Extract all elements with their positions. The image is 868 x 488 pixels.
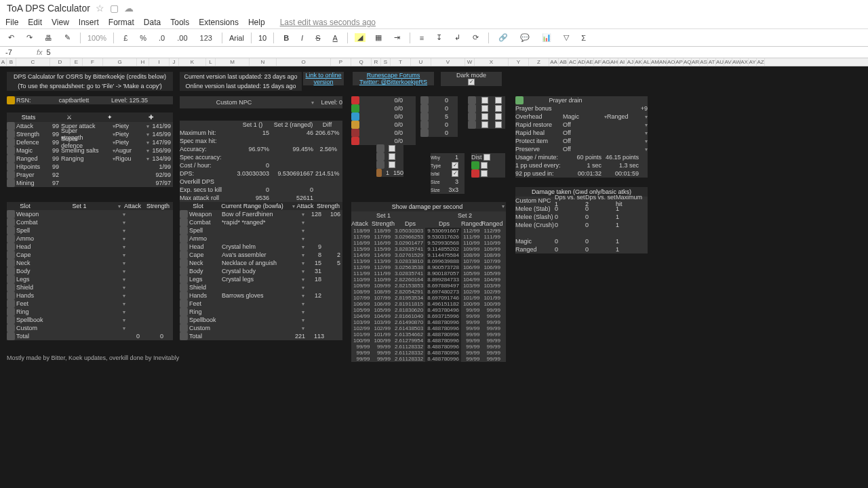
col-AY[interactable]: AY bbox=[749, 58, 757, 66]
overhead-1[interactable]: Magic bbox=[563, 113, 597, 120]
col-AX[interactable]: AX bbox=[741, 58, 749, 66]
check4[interactable] bbox=[481, 121, 488, 128]
twitter-link[interactable]: Twitter: @BitterkoekjeRS bbox=[353, 79, 434, 85]
col-AH[interactable]: AH bbox=[610, 58, 618, 66]
star-icon[interactable]: ☆ bbox=[96, 3, 104, 14]
col-AC[interactable]: AC bbox=[568, 58, 578, 66]
darkmode-checkbox[interactable] bbox=[468, 79, 475, 85]
col-AV[interactable]: AV bbox=[724, 58, 732, 66]
col-I[interactable]: I bbox=[149, 58, 170, 66]
col-AJ[interactable]: AJ bbox=[627, 58, 635, 66]
col-AQ[interactable]: AQ bbox=[684, 58, 692, 66]
col-C[interactable]: C bbox=[16, 58, 50, 66]
col-AG[interactable]: AG bbox=[602, 58, 610, 66]
print-icon[interactable]: 🖶 bbox=[42, 33, 55, 43]
col-T[interactable]: T bbox=[391, 58, 411, 66]
col-M[interactable]: M bbox=[216, 58, 250, 66]
col-AD[interactable]: AD bbox=[578, 58, 586, 66]
rs-forums-link[interactable]: Runescape Forums bbox=[353, 72, 434, 79]
col-A[interactable]: A bbox=[0, 58, 7, 66]
comment-icon[interactable]: 💬 bbox=[517, 32, 532, 43]
check2b[interactable] bbox=[495, 105, 502, 112]
check1[interactable] bbox=[481, 97, 488, 104]
col-AA[interactable]: AA bbox=[549, 58, 559, 66]
functions-icon[interactable]: Σ bbox=[578, 33, 589, 43]
col-B[interactable]: B bbox=[7, 58, 16, 66]
col-AO[interactable]: AO bbox=[667, 58, 675, 66]
online-link[interactable]: Link to online version bbox=[303, 72, 344, 85]
check3b[interactable] bbox=[495, 113, 502, 120]
menu-extensions[interactable]: Extensions bbox=[199, 18, 239, 27]
decimal-dec[interactable]: .0 bbox=[156, 33, 167, 43]
menu-view[interactable]: View bbox=[52, 18, 69, 27]
textcolor-icon[interactable]: A bbox=[330, 33, 340, 43]
halign-icon[interactable]: ≡ bbox=[417, 33, 427, 43]
font-select[interactable]: Arial bbox=[229, 34, 244, 42]
font-size[interactable]: 10 bbox=[258, 34, 267, 42]
npc-select[interactable]: Custom NPC bbox=[180, 99, 288, 106]
dps-mode-select[interactable]: Show damage per second bbox=[353, 203, 502, 210]
fill-icon[interactable]: ◢ bbox=[355, 33, 366, 42]
chart-icon[interactable]: 📊 bbox=[539, 32, 554, 43]
col-Y[interactable]: Y bbox=[509, 58, 529, 66]
rsn-value[interactable]: captbartlett bbox=[37, 97, 111, 104]
formula-value[interactable]: 5 bbox=[47, 48, 51, 56]
col-AI[interactable]: AI bbox=[618, 58, 627, 66]
col-X[interactable]: X bbox=[475, 58, 509, 66]
sheet-area[interactable]: DPS Calculator for OSRS by Bitterkoekje … bbox=[0, 66, 688, 487]
col-AU[interactable]: AU bbox=[716, 58, 724, 66]
col-R[interactable]: R bbox=[372, 58, 381, 66]
strike-icon[interactable]: S bbox=[313, 33, 323, 43]
overhead-2[interactable]: Ranged bbox=[607, 113, 637, 120]
check3[interactable] bbox=[481, 113, 488, 120]
check2[interactable] bbox=[481, 105, 488, 112]
percent-icon[interactable]: % bbox=[137, 33, 149, 43]
col-H[interactable]: H bbox=[137, 58, 149, 66]
cloud-icon[interactable]: ☁ bbox=[124, 3, 134, 14]
col-J[interactable]: J bbox=[170, 58, 179, 66]
col-Q[interactable]: Q bbox=[351, 58, 372, 66]
menu-file[interactable]: File bbox=[5, 18, 18, 27]
bold-icon[interactable]: B bbox=[281, 33, 292, 43]
paint-icon[interactable]: ✎ bbox=[62, 32, 73, 43]
col-AF[interactable]: AF bbox=[594, 58, 602, 66]
col-Z[interactable]: Z bbox=[529, 58, 549, 66]
folder-icon[interactable]: ▢ bbox=[110, 3, 119, 14]
col-F[interactable]: F bbox=[83, 58, 103, 66]
col-P[interactable]: P bbox=[331, 58, 351, 66]
redo-icon[interactable]: ↷ bbox=[24, 32, 35, 43]
col-N[interactable]: N bbox=[250, 58, 277, 66]
col-AT[interactable]: AT bbox=[708, 58, 716, 66]
col-L[interactable]: L bbox=[206, 58, 216, 66]
col-AL[interactable]: AL bbox=[643, 58, 651, 66]
col-W[interactable]: W bbox=[465, 58, 475, 66]
rotate-icon[interactable]: ⟳ bbox=[470, 32, 481, 43]
format-123[interactable]: 123 bbox=[197, 33, 215, 43]
check4b[interactable] bbox=[495, 121, 502, 128]
italic-icon[interactable]: I bbox=[298, 33, 306, 43]
col-AP[interactable]: AP bbox=[675, 58, 684, 66]
menu-data[interactable]: Data bbox=[144, 18, 161, 27]
col-D[interactable]: D bbox=[50, 58, 71, 66]
col-AB[interactable]: AB bbox=[559, 58, 568, 66]
decimal-inc[interactable]: .00 bbox=[174, 33, 190, 43]
col-AE[interactable]: AE bbox=[586, 58, 594, 66]
link-icon[interactable]: 🔗 bbox=[496, 32, 511, 43]
col-K[interactable]: K bbox=[179, 58, 206, 66]
col-V[interactable]: V bbox=[431, 58, 465, 66]
col-AR[interactable]: AR bbox=[692, 58, 700, 66]
cell-ref[interactable]: -7 bbox=[5, 48, 33, 56]
check1b[interactable] bbox=[495, 97, 502, 104]
col-AK[interactable]: AK bbox=[635, 58, 643, 66]
col-E[interactable]: E bbox=[71, 58, 83, 66]
col-O[interactable]: O bbox=[277, 58, 331, 66]
borders-icon[interactable]: ▦ bbox=[372, 32, 384, 43]
col-AZ[interactable]: AZ bbox=[757, 58, 765, 66]
merge-icon[interactable]: ⇥ bbox=[391, 32, 403, 43]
currency-icon[interactable]: £ bbox=[121, 33, 130, 43]
col-S[interactable]: S bbox=[381, 58, 391, 66]
col-AN[interactable]: AN bbox=[659, 58, 667, 66]
col-G[interactable]: G bbox=[103, 58, 137, 66]
menu-tools[interactable]: Tools bbox=[170, 18, 189, 27]
col-AM[interactable]: AM bbox=[651, 58, 659, 66]
